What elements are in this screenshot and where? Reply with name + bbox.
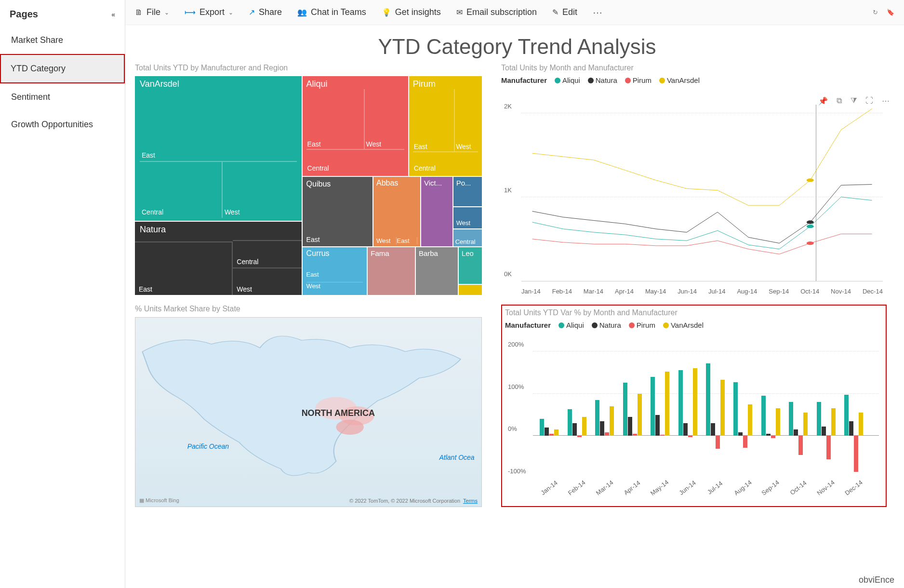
chat-teams-button[interactable]: 👥 Chat in Teams [297,7,366,17]
treemap-vanarsdel[interactable]: VanArsdel East CentralWest [135,76,302,221]
more-options-button[interactable]: ⋯ [593,7,603,18]
share-button[interactable]: ↗ Share [249,7,282,17]
brand-footer: obviEnce [859,575,894,585]
refresh-icon[interactable]: ↻ [873,9,878,16]
page-ytd-category[interactable]: YTD Category [0,54,125,83]
treemap-aliqui[interactable]: Aliqui EastWest Central [303,76,408,176]
export-icon: ⟼ [185,8,196,17]
teams-icon: 👥 [297,8,307,17]
chevron-down-icon: ⌄ [228,9,233,16]
treemap-pomum[interactable]: Po... [453,177,482,206]
treemap-visual[interactable]: Total Units YTD by Manufacturer and Regi… [135,64,482,295]
svg-point-3 [807,178,814,182]
pages-title: Pages [10,9,38,20]
treemap-fama[interactable]: Fama [368,247,415,295]
toolbar: 🗎 File ⌄ ⟼ Export ⌄ ↗ Share 👥 Chat in Te… [125,0,904,25]
export-menu[interactable]: ⟼ Export ⌄ [185,7,233,17]
line-chart-title: Total Units by Month and Manufacturer [501,64,887,72]
treemap-natura[interactable]: Natura East CentralWest [135,222,302,295]
treemap-title: Total Units YTD by Manufacturer and Regi… [135,64,482,72]
treemap-currus[interactable]: CurrusEastWest [303,247,367,295]
edit-button[interactable]: ✎ Edit [552,7,577,17]
treemap-quibus[interactable]: QuibusEast [303,177,372,246]
bing-attribution: ▦ Microsoft Bing [139,497,179,504]
file-menu[interactable]: 🗎 File ⌄ [135,7,169,17]
share-icon: ↗ [249,8,255,17]
map-title: % Units Market Share by State [135,305,482,313]
map-region-label: NORTH AMERICA [302,408,375,418]
report-title: YTD Category Trend Analysis [135,35,899,59]
bar-chart-legend: Manufacturer Aliqui Natura Pirum VanArsd… [505,321,883,329]
treemap-barba[interactable]: Barba [416,247,458,295]
treemap-leo[interactable]: Leo [459,247,482,284]
report-canvas: YTD Category Trend Analysis 📌 ⧉ ⧩ ⛶ ⋯ To… [125,25,904,588]
pencil-icon: ✎ [552,8,558,17]
treemap-victoria[interactable]: Vict... [421,177,452,246]
get-insights-button[interactable]: 💡 Get insights [382,7,441,17]
line-chart-legend: Manufacturer Aliqui Natura Pirum VanArsd… [501,76,887,84]
line-chart-visual[interactable]: Total Units by Month and Manufacturer Ma… [501,64,887,295]
treemap-abbas[interactable]: AbbasWestEast [373,177,420,246]
treemap-pirum[interactable]: Pirum EastWest Central [409,76,482,176]
page-growth-opportunities[interactable]: Growth Opportunities [0,111,125,138]
pages-pane: Pages « Market Share YTD Category Sentim… [0,0,125,588]
page-sentiment[interactable]: Sentiment [0,83,125,111]
svg-point-2 [807,241,814,245]
page-market-share[interactable]: Market Share [0,27,125,54]
file-icon: 🗎 [135,8,143,17]
map-visual[interactable]: % Units Market Share by State NORTH AMER… [135,305,482,507]
chevron-down-icon: ⌄ [164,9,169,16]
svg-point-1 [807,220,814,224]
bar-chart-title: Total Units YTD Var % by Month and Manuf… [505,308,883,317]
map-terms-link[interactable]: Terms [463,498,478,504]
collapse-pane-icon[interactable]: « [111,11,115,18]
bar-chart-visual[interactable]: Total Units YTD Var % by Month and Manuf… [501,305,887,507]
svg-point-0 [807,225,814,228]
mail-icon: ✉ [456,8,463,17]
email-subscription-button[interactable]: ✉ Email subscription [456,7,537,17]
lightbulb-icon: 💡 [382,8,391,17]
bookmark-icon[interactable]: 🔖 [887,9,894,16]
svg-point-6 [336,420,363,435]
